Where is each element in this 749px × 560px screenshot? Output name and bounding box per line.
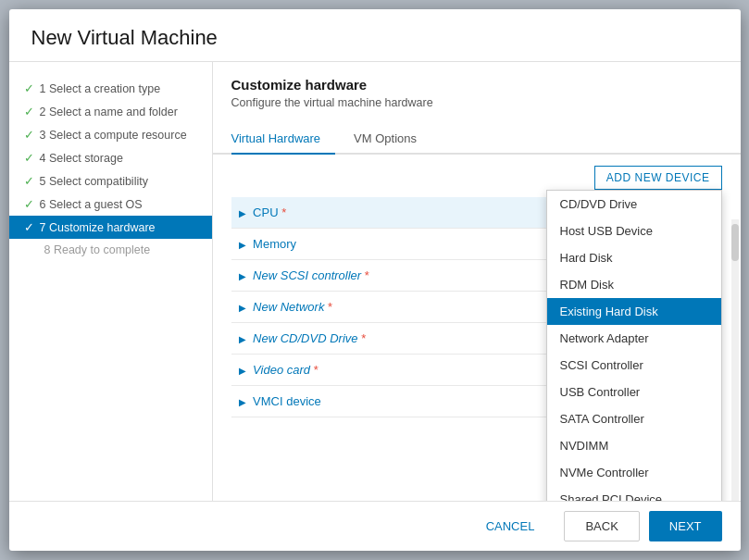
- checkmark-icon: ✓: [24, 174, 34, 188]
- dropdown-item[interactable]: CD/DVD Drive: [547, 191, 721, 218]
- row-label: New SCSI controller: [250, 268, 362, 282]
- table-area: ADD NEW DEVICE ▶ CPU *1▶ Memory2▶ New SC…: [213, 155, 741, 501]
- add-new-device-button[interactable]: ADD NEW DEVICE: [594, 166, 722, 190]
- sidebar-item-label: 2 Select a name and folder: [40, 106, 178, 118]
- sidebar-item-label: 5 Select compatibility: [40, 175, 148, 188]
- dropdown-item[interactable]: Network Adapter: [547, 325, 721, 352]
- scrollbar-track: [731, 219, 739, 501]
- modal-footer: CANCEL BACK NEXT: [9, 501, 741, 551]
- sidebar-item-label: 8 Ready to complete: [44, 243, 151, 256]
- dropdown-item[interactable]: USB Controller: [547, 379, 721, 405]
- content-subtitle: Configure the virtual machine hardware: [231, 96, 722, 109]
- sidebar-item-step8: 8 Ready to complete: [9, 239, 212, 261]
- scrollbar-thumb[interactable]: [731, 224, 739, 261]
- required-marker: *: [310, 363, 318, 377]
- content-header: Customize hardware Configure the virtual…: [213, 62, 741, 117]
- next-button[interactable]: NEXT: [649, 511, 722, 541]
- sidebar-item-step7[interactable]: ✓7 Customize hardware: [9, 216, 212, 239]
- modal-header: New Virtual Machine: [9, 9, 741, 62]
- dropdown-item[interactable]: NVMe Controller: [547, 459, 721, 486]
- sidebar-item-step5[interactable]: ✓5 Select compatibility: [9, 169, 212, 193]
- required-marker: *: [361, 268, 369, 282]
- row-expand-icon: ▶: [239, 334, 246, 344]
- content-title: Customize hardware: [231, 77, 722, 93]
- main-content: Customize hardware Configure the virtual…: [213, 62, 741, 501]
- row-expand-icon: ▶: [239, 366, 246, 376]
- checkmark-icon: ✓: [24, 128, 34, 142]
- row-label: Video card: [250, 363, 311, 377]
- tabs-bar: Virtual Hardware VM Options: [213, 124, 741, 155]
- sidebar-item-step2[interactable]: ✓2 Select a name and folder: [9, 100, 212, 123]
- row-expand-icon: ▶: [239, 208, 246, 218]
- cancel-button[interactable]: CANCEL: [466, 511, 556, 541]
- sidebar-item-step3[interactable]: ✓3 Select a compute resource: [9, 123, 212, 146]
- sidebar-item-step1[interactable]: ✓1 Select a creation type: [9, 77, 212, 100]
- sidebar-item-label: 1 Select a creation type: [40, 82, 161, 95]
- new-vm-modal: New Virtual Machine ✓1 Select a creation…: [9, 9, 741, 551]
- row-expand-icon: ▶: [239, 397, 246, 407]
- required-marker: *: [324, 300, 332, 314]
- sidebar-item-label: 4 Select storage: [40, 152, 123, 165]
- modal-title: New Virtual Machine: [31, 26, 218, 49]
- checkmark-icon: ✓: [24, 197, 34, 211]
- required-marker: *: [279, 205, 287, 219]
- sidebar-item-label: 3 Select a compute resource: [40, 129, 187, 142]
- add-device-dropdown: CD/DVD DriveHost USB DeviceHard DiskRDM …: [546, 190, 722, 501]
- sidebar: ✓1 Select a creation type✓2 Select a nam…: [9, 62, 213, 501]
- row-label: New CD/DVD Drive: [250, 331, 358, 345]
- dropdown-item[interactable]: Host USB Device: [547, 218, 721, 244]
- row-expand-icon: ▶: [239, 240, 246, 250]
- add-device-row: ADD NEW DEVICE: [231, 166, 722, 190]
- checkmark-icon: ✓: [24, 151, 34, 165]
- row-label: CPU: [250, 205, 279, 219]
- dropdown-item[interactable]: Existing Hard Disk: [547, 298, 721, 325]
- row-label: Memory: [250, 237, 297, 251]
- checkmark-icon: ✓: [24, 105, 34, 118]
- sidebar-item-label: 6 Select a guest OS: [40, 198, 143, 211]
- tab-virtual-hardware[interactable]: Virtual Hardware: [231, 124, 336, 155]
- dropdown-item[interactable]: Shared PCI Device: [547, 486, 721, 501]
- dropdown-item[interactable]: SATA Controller: [547, 405, 721, 432]
- modal-body: ✓1 Select a creation type✓2 Select a nam…: [9, 62, 741, 501]
- checkmark-icon: ✓: [24, 81, 34, 95]
- sidebar-item-step6[interactable]: ✓6 Select a guest OS: [9, 193, 212, 216]
- row-label: VMCI device: [250, 394, 321, 408]
- tab-vm-options[interactable]: VM Options: [354, 124, 431, 155]
- dropdown-item[interactable]: NVDIMM: [547, 432, 721, 459]
- row-expand-icon: ▶: [239, 303, 246, 313]
- dropdown-item[interactable]: RDM Disk: [547, 271, 721, 298]
- back-button[interactable]: BACK: [564, 511, 639, 541]
- sidebar-item-label: 7 Customize hardware: [40, 221, 156, 234]
- sidebar-item-step4[interactable]: ✓4 Select storage: [9, 146, 212, 169]
- row-label: New Network: [250, 300, 325, 314]
- required-marker: *: [358, 331, 367, 345]
- dropdown-item[interactable]: SCSI Controller: [547, 352, 721, 379]
- checkmark-icon: ✓: [24, 220, 34, 234]
- dropdown-item[interactable]: Hard Disk: [547, 244, 721, 271]
- row-expand-icon: ▶: [239, 271, 246, 281]
